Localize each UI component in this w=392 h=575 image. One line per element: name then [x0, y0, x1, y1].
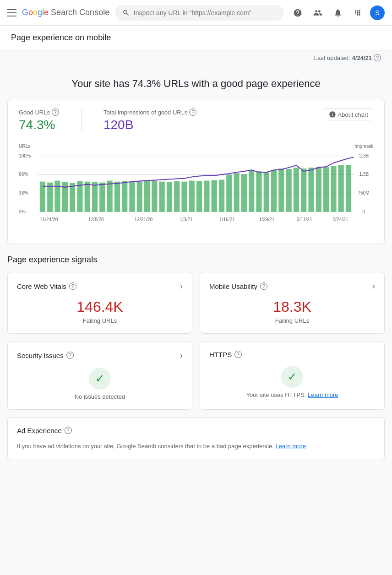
svg-text:1/3/21: 1/3/21 — [180, 217, 193, 222]
mobile-usability-title: Mobile Usability ? › — [209, 282, 375, 291]
last-updated-bar: Last updated: 4/24/21 ? — [0, 50, 392, 65]
svg-rect-46 — [278, 168, 284, 212]
total-impressions-label: Total impressions of good URLs ? — [103, 108, 197, 116]
search-bar[interactable] — [115, 5, 284, 21]
svg-rect-23 — [107, 181, 112, 212]
last-updated-help-icon[interactable]: ? — [374, 54, 381, 61]
svg-rect-41 — [241, 174, 247, 212]
svg-rect-26 — [129, 182, 135, 212]
svg-rect-53 — [331, 166, 336, 212]
svg-rect-15 — [47, 183, 53, 212]
search-input[interactable] — [134, 9, 277, 16]
svg-rect-35 — [196, 181, 202, 212]
https-learn-more-link[interactable]: Learn more — [308, 391, 338, 398]
ad-experience-description: If you have ad violations on your site, … — [17, 442, 375, 451]
svg-text:2/24/21: 2/24/21 — [332, 217, 348, 222]
last-updated-date: 4/24/21 — [352, 54, 372, 61]
core-web-vitals-card: Core Web Vitals ? › 146.4K Failing URLs — [7, 272, 192, 334]
security-issues-label: Security Issues — [17, 352, 64, 359]
https-help-icon[interactable]: ? — [234, 351, 242, 358]
https-title-left: HTTPS ? — [209, 351, 242, 358]
total-impressions-help-icon[interactable]: ? — [189, 108, 196, 116]
svg-rect-48 — [294, 168, 299, 212]
security-issues-title-left: Security Issues ? — [17, 352, 74, 359]
svg-rect-50 — [308, 168, 314, 212]
metrics-divider — [81, 108, 82, 132]
apps-button[interactable] — [350, 5, 366, 21]
https-check-icon: ✓ — [288, 370, 297, 383]
core-web-vitals-help-icon[interactable]: ? — [69, 282, 76, 290]
mobile-usability-help-icon[interactable]: ? — [260, 282, 267, 290]
svg-text:750M: 750M — [358, 190, 369, 195]
help-button[interactable] — [289, 5, 306, 21]
hero-section: Your site has 74.3% URLs with a good pag… — [7, 65, 385, 99]
security-issues-check-icon: ✓ — [95, 372, 104, 385]
svg-text:11/24/20: 11/24/20 — [40, 217, 58, 222]
https-label: HTTPS — [209, 351, 232, 358]
svg-rect-29 — [152, 181, 157, 212]
core-web-vitals-title: Core Web Vitals ? › — [17, 282, 183, 291]
ad-experience-description-text: If you have ad violations on your site, … — [17, 443, 274, 450]
svg-rect-37 — [212, 180, 217, 212]
mobile-usability-arrow[interactable]: › — [372, 282, 375, 291]
page-title: Page experience on mobile — [11, 33, 381, 43]
svg-rect-55 — [346, 165, 351, 212]
svg-rect-24 — [114, 182, 120, 212]
ad-experience-label: Ad Experience — [17, 427, 62, 434]
mobile-usability-value-label: Failing URLs — [209, 317, 375, 324]
svg-rect-51 — [316, 167, 321, 212]
ad-experience-learn-more-link[interactable]: Learn more — [275, 443, 305, 450]
signals-section: Page experience signals Core Web Vitals … — [7, 255, 385, 461]
notifications-button[interactable] — [330, 5, 346, 21]
svg-text:2.3B: 2.3B — [359, 153, 369, 158]
mobile-usability-label: Mobile Usability — [209, 282, 257, 290]
about-chart-label: About chart — [338, 111, 369, 118]
chart-svg: URLs 100% 66% 33% 0% Impressions 2.3B 1.… — [19, 140, 373, 233]
svg-rect-34 — [189, 181, 195, 212]
avatar[interactable]: S — [370, 5, 385, 20]
ad-experience-card: Ad Experience ? If you have ad violation… — [7, 417, 385, 461]
https-check-circle: ✓ — [281, 366, 303, 388]
svg-text:1.5B: 1.5B — [359, 172, 369, 177]
svg-text:Impressions: Impressions — [354, 144, 373, 149]
about-chart-button[interactable]: About chart — [324, 108, 374, 120]
total-impressions-value: 120B — [103, 118, 197, 132]
svg-rect-32 — [174, 181, 180, 212]
signals-grid: Core Web Vitals ? › 146.4K Failing URLs … — [7, 272, 385, 410]
svg-text:12/8/20: 12/8/20 — [88, 217, 104, 222]
signals-title: Page experience signals — [7, 255, 385, 265]
svg-rect-45 — [271, 170, 277, 212]
hero-headline: Your site has 74.3% URLs with a good pag… — [15, 78, 377, 90]
svg-rect-36 — [204, 181, 209, 212]
core-web-vitals-arrow[interactable]: › — [180, 282, 183, 291]
svg-rect-30 — [159, 182, 165, 212]
security-issues-help-icon[interactable]: ? — [66, 352, 74, 359]
svg-rect-20 — [85, 182, 90, 212]
mobile-usability-value: 18.3K — [209, 298, 375, 315]
good-urls-label: Good URLs ? — [19, 108, 59, 116]
core-web-vitals-title-left: Core Web Vitals ? — [17, 282, 76, 290]
svg-text:2/11/21: 2/11/21 — [297, 217, 312, 222]
menu-button[interactable] — [7, 9, 16, 16]
users-button[interactable] — [310, 5, 326, 21]
core-web-vitals-value: 146.4K — [17, 298, 183, 315]
https-status-label: Your site uses HTTPS. — [246, 391, 306, 398]
chart-container: URLs 100% 66% 33% 0% Impressions 2.3B 1.… — [19, 140, 373, 234]
svg-rect-43 — [256, 171, 261, 212]
chart-card: Good URLs ? 74.3% Total impressions of g… — [7, 99, 385, 244]
mobile-usability-title-left: Mobile Usability ? — [209, 282, 267, 290]
ad-experience-help-icon[interactable]: ? — [65, 427, 72, 434]
security-issues-check-circle: ✓ — [89, 368, 111, 390]
svg-rect-27 — [137, 182, 142, 212]
svg-text:0%: 0% — [19, 209, 26, 214]
good-urls-help-icon[interactable]: ? — [52, 108, 59, 116]
svg-text:66%: 66% — [19, 172, 28, 177]
https-status-text: Your site uses HTTPS. Learn more — [209, 391, 375, 398]
svg-text:0: 0 — [363, 209, 365, 214]
main-content: Your site has 74.3% URLs with a good pag… — [0, 65, 392, 471]
svg-rect-52 — [323, 167, 329, 212]
security-issues-arrow[interactable]: › — [180, 351, 183, 360]
chart-metrics: Good URLs ? 74.3% Total impressions of g… — [19, 108, 373, 132]
svg-rect-54 — [338, 165, 344, 212]
svg-rect-21 — [92, 182, 98, 212]
